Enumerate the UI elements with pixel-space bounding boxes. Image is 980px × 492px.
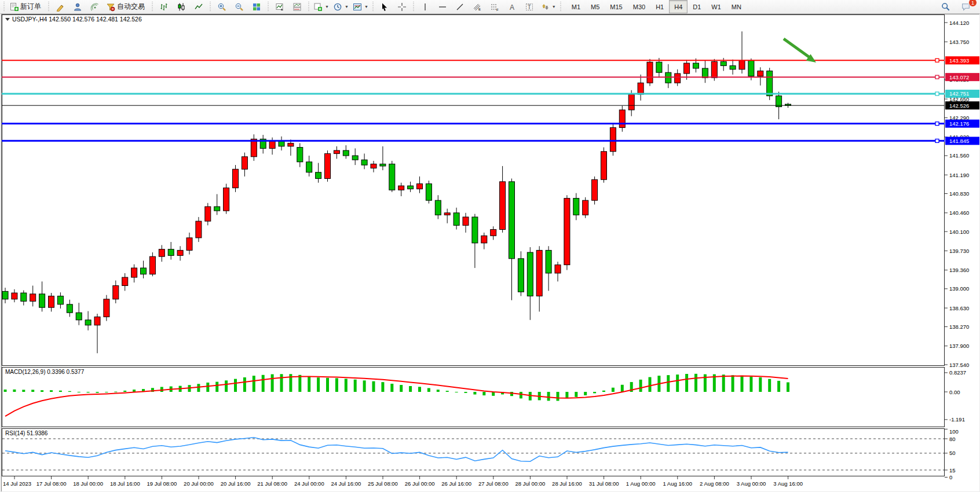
add-chart-icon bbox=[313, 2, 323, 12]
svg-text:0.00: 0.00 bbox=[949, 389, 960, 395]
bar-chart-button[interactable] bbox=[155, 0, 172, 13]
templates-button[interactable]: ▼ bbox=[351, 0, 370, 13]
search-icon bbox=[941, 2, 950, 12]
search-button[interactable] bbox=[937, 0, 954, 13]
toolbar-grip bbox=[307, 2, 310, 12]
svg-text:RSI(14) 51.9386: RSI(14) 51.9386 bbox=[5, 430, 48, 436]
svg-text:50: 50 bbox=[949, 450, 956, 456]
trendline-button[interactable] bbox=[452, 0, 469, 13]
svg-text:0: 0 bbox=[949, 474, 952, 480]
svg-text:26 Jul 16:00: 26 Jul 16:00 bbox=[441, 480, 471, 487]
svg-text:140.100: 140.100 bbox=[949, 229, 969, 235]
svg-text:142.526: 142.526 bbox=[949, 102, 969, 109]
cursor-icon bbox=[380, 2, 389, 12]
svg-text:17 Jul 08:00: 17 Jul 08:00 bbox=[36, 480, 67, 487]
candlestick-chart-button[interactable] bbox=[173, 0, 189, 13]
line-chart-icon bbox=[194, 2, 203, 12]
label-icon: T bbox=[525, 2, 534, 12]
horizontal-line-button[interactable] bbox=[434, 0, 451, 13]
timeframe-D1[interactable]: D1 bbox=[688, 0, 706, 13]
svg-text:T: T bbox=[528, 3, 531, 10]
svg-text:143.393: 143.393 bbox=[949, 57, 969, 64]
zoom-in-button[interactable] bbox=[213, 0, 230, 13]
timeframe-MN[interactable]: MN bbox=[726, 0, 747, 13]
timeframe-M5[interactable]: M5 bbox=[586, 0, 605, 13]
svg-text:24 Jul 00:00: 24 Jul 00:00 bbox=[294, 480, 324, 487]
svg-text:F: F bbox=[496, 8, 499, 11]
svg-text:144.120: 144.120 bbox=[949, 20, 969, 26]
dropdown-arrow-icon: ▼ bbox=[345, 5, 349, 9]
add-objects-button[interactable]: ▼ bbox=[312, 0, 331, 13]
tile-windows-button[interactable] bbox=[248, 0, 265, 13]
metaeditor-button[interactable] bbox=[52, 0, 68, 13]
autotrading-button[interactable]: 自动交易 bbox=[104, 0, 149, 13]
notifications-button[interactable]: 1 bbox=[957, 0, 974, 13]
svg-text:26 Jul 00:00: 26 Jul 00:00 bbox=[405, 480, 435, 487]
svg-text:20 Jul 00:00: 20 Jul 00:00 bbox=[184, 480, 214, 487]
zoom-out-button[interactable] bbox=[231, 0, 247, 13]
svg-text:14 Jul 2023: 14 Jul 2023 bbox=[3, 480, 31, 487]
svg-text:E: E bbox=[478, 8, 481, 11]
channel-button[interactable]: E bbox=[469, 0, 486, 13]
toolbar-right: 1 bbox=[937, 0, 979, 13]
notification-badge: 1 bbox=[968, 0, 977, 7]
main-toolbar: 新订单 自动交易 ▼ bbox=[0, 0, 980, 14]
timeframe-H1[interactable]: H1 bbox=[650, 0, 669, 13]
timeframe-M30[interactable]: M30 bbox=[628, 0, 650, 13]
svg-text:28 Jul 16:00: 28 Jul 16:00 bbox=[552, 480, 582, 487]
person-icon bbox=[73, 2, 82, 12]
horizontal-line-icon bbox=[438, 2, 447, 12]
svg-text:139.000: 139.000 bbox=[949, 285, 969, 292]
clock-icon bbox=[333, 2, 342, 12]
svg-text:139.730: 139.730 bbox=[949, 248, 969, 254]
indicator-windows-button[interactable] bbox=[288, 0, 305, 13]
svg-text:140.460: 140.460 bbox=[949, 210, 969, 216]
timeframe-toolbar: M1M5M15M30H1H4D1W1MN bbox=[566, 0, 747, 13]
crosshair-icon bbox=[397, 2, 407, 12]
toolbar-grip bbox=[372, 2, 375, 12]
svg-text:24 Jul 16:00: 24 Jul 16:00 bbox=[331, 480, 361, 487]
svg-text:20 Jul 16:00: 20 Jul 16:00 bbox=[221, 480, 251, 487]
svg-text:-1.191: -1.191 bbox=[949, 416, 965, 423]
community-button[interactable] bbox=[69, 0, 86, 13]
new-order-label: 新订单 bbox=[20, 2, 41, 12]
indicator-windows-icon bbox=[292, 2, 302, 12]
arrows-button[interactable]: ▼ bbox=[539, 0, 558, 13]
autotrading-label: 自动交易 bbox=[117, 2, 145, 12]
svg-text:80: 80 bbox=[949, 436, 956, 442]
svg-text:137.900: 137.900 bbox=[949, 343, 969, 349]
crosshair-button[interactable] bbox=[394, 0, 411, 13]
svg-text:141.845: 141.845 bbox=[949, 138, 969, 144]
fibonacci-button[interactable]: F bbox=[487, 0, 503, 13]
indicators-icon bbox=[275, 2, 284, 12]
timeframe-M15[interactable]: M15 bbox=[605, 0, 627, 13]
signals-button[interactable] bbox=[86, 0, 103, 13]
timeframe-M1[interactable]: M1 bbox=[566, 0, 586, 13]
autotrade-icon bbox=[106, 2, 115, 12]
tile-windows-icon bbox=[252, 2, 261, 12]
label-button[interactable]: T bbox=[521, 0, 538, 13]
svg-text:2 Aug 08:00: 2 Aug 08:00 bbox=[700, 480, 729, 487]
dropdown-arrow-icon: ▼ bbox=[364, 5, 368, 9]
svg-text:18 Jul 00:00: 18 Jul 00:00 bbox=[73, 480, 103, 487]
new-order-icon bbox=[9, 2, 19, 12]
svg-text:141.560: 141.560 bbox=[949, 152, 969, 159]
indicators-button[interactable] bbox=[271, 0, 288, 13]
crayon-icon bbox=[56, 2, 65, 12]
chart-canvas[interactable]: USDJPY-,H4 142.550 142.576 142.481 142.5… bbox=[2, 14, 979, 490]
line-chart-button[interactable] bbox=[190, 0, 207, 13]
svg-text:31 Jul 08:00: 31 Jul 08:00 bbox=[589, 480, 619, 487]
candlestick-icon bbox=[177, 2, 186, 12]
svg-text:143.072: 143.072 bbox=[949, 74, 969, 80]
periods-button[interactable]: ▼ bbox=[331, 0, 350, 13]
cursor-button[interactable] bbox=[376, 0, 393, 13]
toolbar-grip bbox=[2, 2, 5, 12]
timeframe-W1[interactable]: W1 bbox=[706, 0, 726, 13]
new-order-button[interactable]: 新订单 bbox=[7, 0, 45, 13]
text-button[interactable]: A bbox=[504, 0, 521, 13]
vertical-line-button[interactable] bbox=[417, 0, 434, 13]
svg-text:15: 15 bbox=[949, 467, 956, 473]
arrows-icon bbox=[540, 2, 550, 12]
timeframe-H4[interactable]: H4 bbox=[669, 0, 688, 13]
template-icon bbox=[353, 2, 362, 12]
